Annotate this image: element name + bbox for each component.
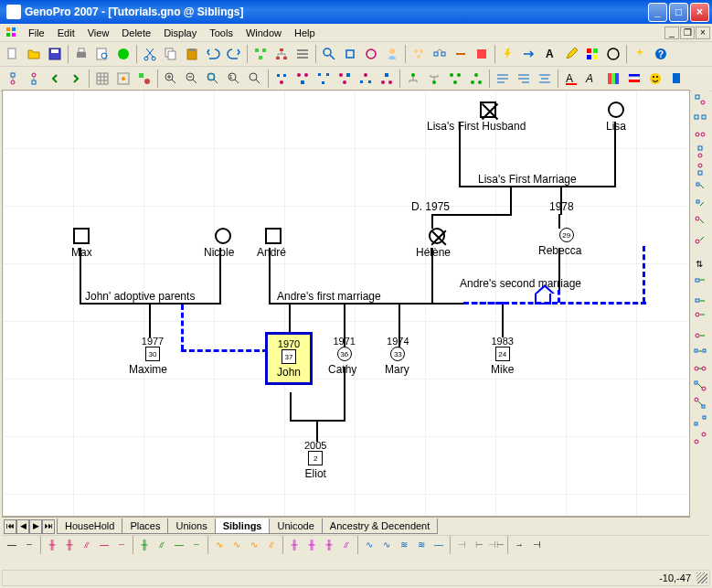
node-eliot[interactable]: 2005 2 Eliot [304, 440, 326, 480]
cut-button[interactable] [140, 44, 160, 64]
mdi-restore[interactable]: ❐ [680, 27, 695, 39]
mdi-close[interactable]: × [696, 27, 710, 39]
rel-10[interactable]: — [171, 538, 187, 552]
arrow-button[interactable] [519, 44, 539, 64]
layers-button[interactable] [603, 69, 623, 89]
tab-last[interactable]: ⏭ [42, 519, 55, 534]
zoom-sel-button[interactable] [245, 69, 265, 89]
smiley-button[interactable] [645, 69, 665, 89]
gen5-button[interactable] [356, 69, 376, 89]
tool-11[interactable] [692, 273, 708, 290]
rel-8[interactable]: ╫ [136, 538, 153, 552]
tool-15[interactable] [692, 343, 708, 359]
rel-15[interactable]: ⫽ [263, 538, 280, 552]
menu-delete[interactable]: Delete [115, 26, 157, 40]
rel-2[interactable]: ┄ [21, 538, 37, 552]
nav-child-button[interactable] [24, 69, 44, 89]
tab-unicode[interactable]: Unicode [269, 519, 322, 534]
resize-grip[interactable] [696, 572, 707, 583]
person-button[interactable] [382, 44, 402, 64]
tool-1[interactable] [692, 91, 708, 108]
circle-button[interactable] [603, 44, 623, 64]
rel-6[interactable]: — [96, 538, 112, 552]
link-button[interactable] [451, 44, 471, 64]
bookmark-button[interactable] [666, 69, 686, 89]
tool-6[interactable] [692, 178, 708, 195]
font2-button[interactable]: A [582, 69, 602, 89]
menu-edit[interactable]: Edit [51, 26, 81, 40]
rel-3[interactable]: ╫ [44, 538, 60, 552]
nav-parent-button[interactable] [3, 69, 23, 89]
rel-19[interactable]: ⫽ [338, 538, 355, 552]
genogram-canvas[interactable]: Lisa's First Husband Lisa Lisa's First M… [3, 91, 689, 516]
rel-11[interactable]: ┄ [188, 538, 205, 552]
node-mike[interactable]: 1983 24 Mike [491, 336, 514, 376]
bolt-button[interactable] [498, 44, 518, 64]
anc4-button[interactable] [466, 69, 486, 89]
tab-unions[interactable]: Unions [167, 519, 215, 534]
rel-26[interactable]: ⊢ [471, 538, 487, 552]
anc2-button[interactable] [424, 69, 444, 89]
tool-14[interactable] [692, 326, 708, 342]
tab-first[interactable]: ⏮ [4, 519, 16, 534]
ltr-button[interactable] [493, 69, 513, 89]
tree-button[interactable] [271, 44, 292, 64]
family-button[interactable] [409, 44, 429, 64]
tool-7[interactable] [692, 196, 708, 212]
zoom-out-button[interactable] [182, 69, 202, 89]
rel-13[interactable]: ∿ [228, 538, 245, 552]
node-andre[interactable]: André [260, 228, 286, 259]
tool-17[interactable] [692, 378, 708, 394]
nav-right-button[interactable] [66, 69, 86, 89]
rel-25[interactable]: ⊣ [453, 538, 470, 552]
tool-16[interactable] [692, 360, 708, 377]
zoom-100-button[interactable]: 1 [224, 69, 244, 89]
tool-19[interactable] [692, 412, 708, 429]
find-button[interactable] [319, 44, 339, 64]
list-button[interactable] [292, 44, 313, 64]
rel-21[interactable]: ∿ [378, 538, 395, 552]
gen3-button[interactable] [313, 69, 334, 89]
tool-4[interactable] [692, 144, 708, 160]
print-preview-button[interactable] [92, 44, 112, 64]
tab-next[interactable]: ▶ [29, 519, 42, 534]
undo-button[interactable] [203, 44, 223, 64]
node-lisa-husband[interactable]: Lisa's First Husband [451, 102, 526, 133]
minimize-button[interactable]: _ [648, 3, 667, 22]
gen1-button[interactable] [271, 69, 292, 89]
node-max[interactable]: Max [71, 228, 92, 259]
rel-4[interactable]: ╫ [61, 538, 78, 552]
tab-siblings[interactable]: Siblings [215, 519, 271, 534]
node-nicole[interactable]: Nicole [211, 228, 234, 259]
print-button[interactable] [71, 44, 91, 64]
open-button[interactable] [24, 44, 44, 64]
rel-18[interactable]: ╫ [321, 538, 337, 552]
anc3-button[interactable] [445, 69, 465, 89]
node-lisa[interactable]: Lisa [606, 102, 626, 133]
redo-button[interactable] [224, 44, 244, 64]
tool-8[interactable] [692, 213, 708, 230]
female-button[interactable] [361, 44, 381, 64]
zoom-fit-button[interactable] [203, 69, 223, 89]
gen4-button[interactable] [335, 69, 355, 89]
text-button[interactable]: A [540, 44, 560, 64]
help-button[interactable]: ? [651, 44, 671, 64]
rel-22[interactable]: ≋ [396, 538, 412, 552]
node-maxime[interactable]: 1977 30 Maxime [138, 336, 167, 376]
rel-1[interactable]: — [4, 538, 20, 552]
menu-display[interactable]: Display [157, 26, 203, 40]
tool-13[interactable] [692, 308, 708, 325]
rel-29[interactable]: ⊣ [528, 538, 545, 552]
menu-window[interactable]: Window [239, 26, 288, 40]
tool-5[interactable] [692, 161, 708, 177]
rel-5[interactable]: ⫽ [79, 538, 95, 552]
tool-12[interactable] [692, 291, 708, 307]
new-button[interactable] [3, 44, 23, 64]
autoarrange-button[interactable] [250, 44, 271, 64]
grid-button[interactable] [92, 69, 112, 89]
nav-left-button[interactable] [45, 69, 65, 89]
rel-27[interactable]: ⊣⊢ [488, 538, 505, 552]
node-helene[interactable]: Hélène [423, 228, 451, 259]
menu-tools[interactable]: Tools [203, 26, 239, 40]
rel-9[interactable]: ⫽ [154, 538, 170, 552]
